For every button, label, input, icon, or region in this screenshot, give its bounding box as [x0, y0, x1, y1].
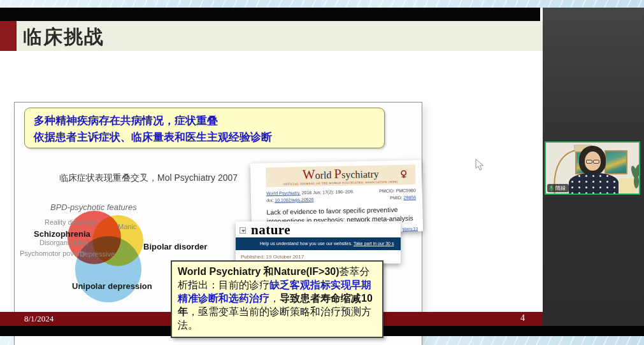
- participant-glasses: [586, 160, 599, 164]
- meeting-app-window: 临床挑战 多种精神疾病存在共病情况，症状重叠 依据患者主诉症状、临床量表和医生主…: [0, 0, 644, 345]
- citation-rest: 2018 Jun; 17(2): 196–209.: [301, 189, 354, 195]
- shared-slide: 临床挑战 多种精神疾病存在共病情况，症状重叠 依据患者主诉症状、临床量表和医生主…: [0, 8, 543, 336]
- highlight-line-1: 多种精神疾病存在共病情况，症状重叠: [34, 113, 375, 129]
- pmcid-value: PMCID: PMC5980: [379, 187, 416, 195]
- slide-content-frame: 多种精神疾病存在共病情况，症状重叠 依据患者主诉症状、临床量表和医生主观经验诊断…: [14, 102, 422, 345]
- slide-body: 多种精神疾病存在共病情况，症状重叠 依据患者主诉症状、临床量表和医生主观经验诊断…: [0, 51, 543, 312]
- mouse-cursor-icon: [475, 158, 484, 174]
- nature-banner-link[interactable]: Take part in our 30 s: [354, 241, 394, 246]
- nature-header: nature: [236, 222, 401, 237]
- world-psychiatry-masthead: World Psychiatry OFFICIAL JOURNAL OF THE…: [266, 164, 416, 187]
- slide-title-band: 临床挑战: [0, 21, 543, 51]
- doi-label: doi:: [266, 198, 275, 202]
- participant-name: 隋婧: [555, 184, 566, 192]
- venn-label-bpd: BPD-psychotic features: [50, 202, 137, 212]
- world-psychiatry-citation: World Psychiatry. 2018 Jun; 17(2): 196–2…: [266, 187, 416, 204]
- participant-body: [569, 173, 619, 195]
- venn-label-unipolar-depression: Unipolar depression: [72, 281, 152, 291]
- slide-title: 临床挑战: [23, 21, 104, 51]
- nature-published-date: Published: 19 October 2017: [241, 254, 401, 260]
- wall-painting-right: [605, 150, 627, 174]
- pmid-link[interactable]: 29856: [403, 195, 416, 199]
- slide-top-black-bar: [0, 8, 540, 21]
- venn-label-depressive: Depressive: [80, 250, 115, 258]
- chevron-down-icon[interactable]: [240, 227, 246, 234]
- venn-label-disorganisation: Disorganisation: [39, 239, 88, 246]
- participant-video-tile[interactable]: 隋婧: [545, 141, 640, 195]
- venn-label-psychomotor-poverty: Psychomotor poverty: [20, 250, 85, 257]
- doi-link[interactable]: 10.1002/wps.20526: [275, 197, 313, 202]
- highlight-text-box: 多种精神疾病存在共病情况，症状重叠 依据患者主诉症状、临床量表和医生主观经验诊断: [24, 108, 385, 148]
- video-sidebar-panel: 隋婧: [543, 8, 644, 326]
- world-psychiatry-authors-snippet: stany,10: [403, 226, 418, 231]
- citation-journal-link[interactable]: World Psychiatry.: [266, 190, 301, 195]
- venn-label-schizophrenia: Schizophrenia: [34, 229, 90, 239]
- venn-label-bipolar-disorder: Bipolar disorder: [143, 242, 207, 251]
- venn-label-reality-distortion: Reality distortion: [45, 218, 96, 226]
- nature-screenshot: nature Help us understand how you use ou…: [236, 222, 401, 264]
- nature-banner-text: Help us understand how you use our websi…: [260, 241, 354, 246]
- nature-cookie-banner: Help us understand how you use our websi…: [236, 237, 401, 250]
- wpa-logo-icon: [399, 170, 408, 181]
- title-accent-block: [0, 21, 17, 51]
- venn-caption: 临床症状表现重叠交叉，Mol Psychiatry 2007: [59, 172, 238, 184]
- annotation-text-box: World Psychiatry 和Nature(IF>30)荟萃分析指出：目前…: [171, 260, 383, 338]
- footer-page-number: 4: [520, 313, 525, 323]
- venn-label-manic: Manic: [118, 223, 136, 230]
- pmid-label: PMID:: [390, 195, 404, 199]
- participant-name-badge: 隋婧: [547, 184, 569, 192]
- nature-logo: nature: [251, 222, 290, 238]
- microphone-icon: [549, 185, 554, 192]
- house-plant: [632, 164, 640, 192]
- highlight-line-2: 依据患者主诉症状、临床量表和医生主观经验诊断: [34, 129, 375, 146]
